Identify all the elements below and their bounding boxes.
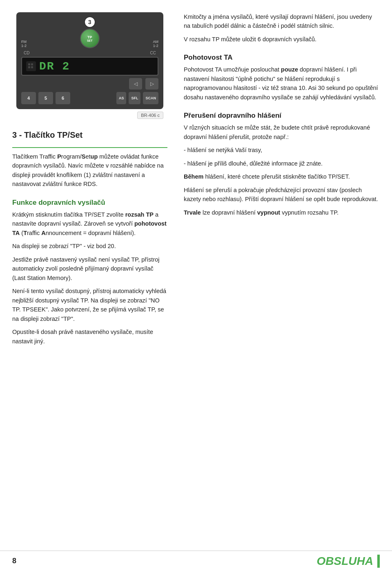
preset-button-4[interactable]: 4: [21, 92, 36, 104]
para-funkce-5: Opustíte-li dosah právě nastaveného vysí…: [12, 327, 167, 346]
set-label: SET: [87, 39, 93, 42]
svg-rect-0: [28, 63, 30, 65]
intro-paragraph: Tlačítkem Traffic Program/Setup můžete o…: [12, 152, 167, 189]
trvale-para: Trvale lze dopravní hlášení vypnout vypn…: [184, 208, 380, 217]
right-intro: Kmitočty a jména vysílačů, které vysílaj…: [184, 12, 380, 31]
section-title: 3 - Tlačítko TP/Set: [12, 130, 167, 140]
display-text: DR 2: [39, 60, 70, 73]
title-divider: [12, 147, 167, 148]
para-funkce-4: Není-li tento vysílač dostupný, přístroj…: [12, 287, 167, 323]
device-illustration: FM 1-2 3 TP SET AM 1-2 CD CC: [12, 12, 167, 119]
subtitle-funkce: Funkce dopravních vysílačů: [12, 199, 167, 207]
behem-para: Během hlášení, které chcete přerušit sti…: [184, 172, 380, 181]
ta-para: Pohotovost TA umožňuje poslouchat pouze …: [184, 65, 380, 102]
display-dots: [26, 61, 36, 71]
svg-rect-3: [31, 66, 33, 68]
device-body: FM 1-2 3 TP SET AM 1-2 CD CC: [16, 12, 163, 109]
subtitle-preruseni: Přerušení dopravního hlášení: [184, 112, 380, 120]
am-label: AM 1-2: [153, 40, 158, 48]
sfl-button[interactable]: SFL: [129, 92, 140, 104]
circle-number-3: 3: [84, 16, 96, 28]
right-para1: V rozsahu TP můžete uložit 6 dopravních …: [184, 35, 380, 44]
right-column: Kmitočty a jména vysílačů, které vysílaj…: [176, 0, 392, 571]
bullet-2: - hlášení je příliš dlouhé, důležité inf…: [184, 159, 380, 168]
cc-label: CC: [148, 51, 158, 55]
para-funkce-1: Krátkým stisknutím tlačítka TP/SET zvolí…: [12, 210, 167, 237]
preset-button-6[interactable]: 6: [56, 92, 70, 104]
as-button[interactable]: AS: [116, 92, 127, 104]
cd-label: CD: [21, 51, 32, 55]
obsluha-label: OBSLUHA: [317, 555, 380, 568]
subtitle-ta: Pohotovost TA: [184, 54, 380, 62]
para-funkce-2: Na displeji se zobrazí "TP" - viz bod 20…: [12, 242, 167, 251]
page-number: 8: [12, 557, 16, 565]
scan-button[interactable]: SCAN: [143, 92, 158, 104]
bullet-1: - hlášení se netýká Vaší trasy,: [184, 146, 380, 155]
preruseni-para: V různých situacích se může stát, že bud…: [184, 123, 380, 141]
tp-set-button[interactable]: TP SET: [80, 29, 100, 48]
svg-rect-1: [28, 66, 30, 68]
model-label: BR-406 c: [137, 112, 163, 119]
left-column: FM 1-2 3 TP SET AM 1-2 CD CC: [0, 0, 176, 571]
fm-label: FM 1-2: [21, 40, 27, 48]
page-footer: 8 OBSLUHA: [0, 551, 392, 571]
nav-right-button[interactable]: ▷: [145, 78, 158, 90]
para-funkce-3: Jestliže právě nastavený vysílač není vy…: [12, 255, 167, 282]
svg-rect-2: [31, 63, 33, 65]
tp-label: TP: [87, 35, 92, 39]
device-display: DR 2: [21, 57, 158, 76]
nav-left-button[interactable]: ◁: [129, 78, 142, 90]
hlaseni-para: Hlášení se přeruší a pokračuje předcháze…: [184, 186, 380, 204]
preset-button-5[interactable]: 5: [38, 92, 53, 104]
